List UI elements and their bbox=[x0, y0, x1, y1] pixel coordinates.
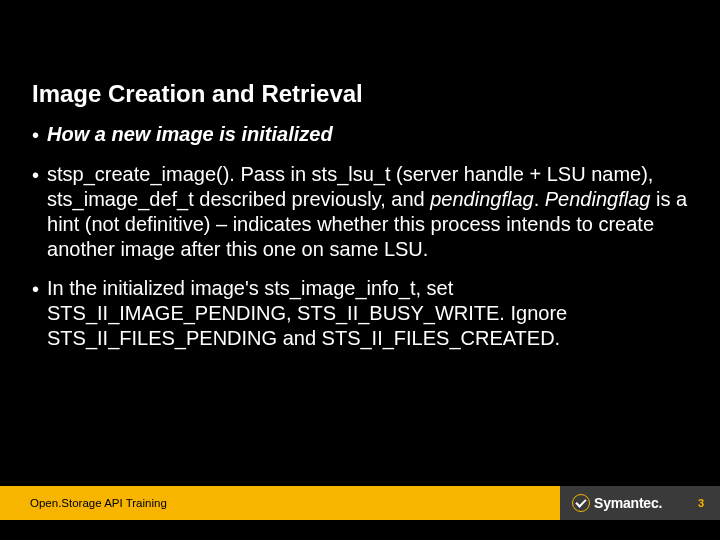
footer-bar: Open.Storage API Training Symantec. 3 bbox=[0, 486, 720, 520]
slide-title: Image Creation and Retrieval bbox=[32, 80, 363, 108]
footer-right: Symantec. 3 bbox=[560, 486, 720, 520]
bullet-2-text: stsp_create_image(). Pass in sts_lsu_t (… bbox=[47, 162, 688, 262]
bullet-3-text: In the initialized image's sts_image_inf… bbox=[47, 276, 688, 351]
check-circle-icon bbox=[572, 494, 590, 512]
footer-left: Open.Storage API Training bbox=[0, 486, 560, 520]
bullet-2-pendingflag-2: Pendingflag bbox=[545, 188, 651, 210]
bullet-2: • stsp_create_image(). Pass in sts_lsu_t… bbox=[32, 162, 688, 262]
bullet-dot-icon: • bbox=[32, 163, 39, 188]
bullet-1: • How a new image is initialized bbox=[32, 122, 688, 148]
bullet-3: • In the initialized image's sts_image_i… bbox=[32, 276, 688, 351]
bullet-1-text: How a new image is initialized bbox=[47, 122, 688, 147]
bullet-dot-icon: • bbox=[32, 277, 39, 302]
slide-content: • How a new image is initialized • stsp_… bbox=[32, 122, 688, 365]
bullet-2-mid: . bbox=[534, 188, 545, 210]
bullet-dot-icon: • bbox=[32, 123, 39, 148]
bullet-2-pendingflag-1: pendingflag bbox=[430, 188, 533, 210]
symantec-logo: Symantec. bbox=[572, 494, 662, 512]
brand-name: Symantec. bbox=[594, 495, 662, 511]
footer-text: Open.Storage API Training bbox=[30, 497, 167, 509]
page-number: 3 bbox=[698, 497, 704, 509]
slide: Image Creation and Retrieval • How a new… bbox=[0, 0, 720, 540]
